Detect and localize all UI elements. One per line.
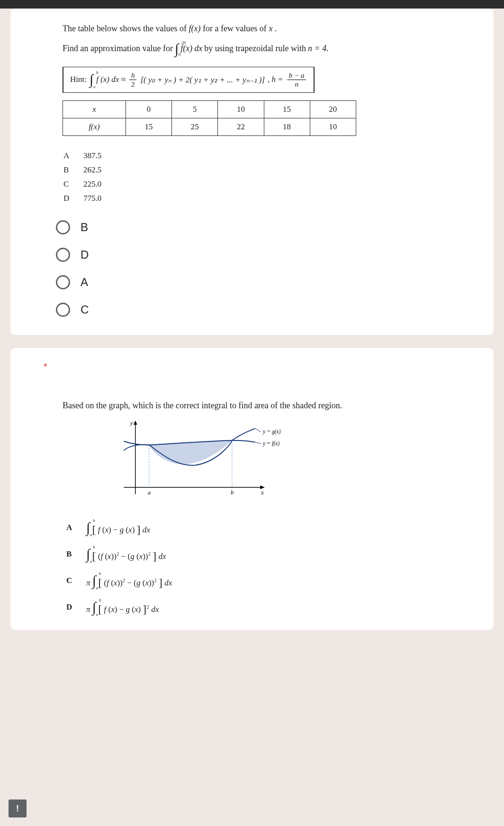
- page-container: The table below shows the values of f(x)…: [0, 9, 504, 630]
- fraction-h2: h 2: [129, 71, 137, 89]
- q1-prompt-line2: Find an approximation value for 20 ∫ 0 f…: [63, 40, 475, 57]
- q2-answer-list: A b∫a [ f (x) − g (x) ] dx B b∫a [ (f (x…: [63, 519, 475, 616]
- tick-a: a: [148, 489, 151, 495]
- hint-bracket: [( y₀ + yₙ ) + 2( y₁ + y₂ + ... + yₙ₋₁ )…: [140, 75, 265, 85]
- cell: 18: [264, 118, 310, 135]
- table-row: D775.0: [63, 192, 110, 205]
- choice-expr: π b∫a [ f (x) − g (x) ]2 dx: [86, 599, 159, 616]
- radio-icon: [56, 303, 70, 317]
- choice-letter: A: [66, 523, 75, 532]
- hint-box: Hint: b ∫ a f (x) dx ≈ h 2 [( y₀ + yₙ ) …: [63, 67, 315, 93]
- int-upper: b: [96, 70, 99, 75]
- svg-line-6: [255, 428, 261, 432]
- radio-label: C: [81, 303, 89, 316]
- text: .: [275, 24, 277, 33]
- fraction-ba: b − a n: [287, 71, 306, 89]
- choice-expr: b∫a [ (f (x))2 − (g (x))2 ] dx: [86, 546, 166, 563]
- cell: 25: [172, 118, 218, 135]
- radio-option-d[interactable]: D: [56, 248, 475, 262]
- table-row: A387.5: [63, 149, 110, 162]
- svg-line-7: [255, 442, 261, 443]
- graph-svg: y x a b y = g(x) y: [115, 418, 280, 506]
- required-asterisk: *: [29, 361, 475, 372]
- text: Find an approximation value for: [63, 42, 173, 55]
- int-lower: a: [93, 84, 96, 89]
- cell: 0: [126, 100, 171, 118]
- integral-symbol: 20 ∫ 0: [175, 40, 179, 57]
- table-row: f(x) 15 25 22 18 10: [63, 118, 356, 135]
- choice-row-b: B b∫a [ (f (x))2 − (g (x))2 ] dx: [66, 546, 475, 563]
- hint-label: Hint:: [70, 75, 87, 84]
- radio-icon: [56, 275, 70, 289]
- legend-f: y = f(x): [262, 440, 279, 446]
- cell: f(x): [63, 118, 126, 135]
- choice-letter: A: [63, 149, 82, 162]
- cell: 20: [310, 100, 356, 118]
- radio-option-c[interactable]: C: [56, 303, 475, 317]
- choice-expr: π b∫a [ (f (x))2 − (g (x))2 ] dx: [86, 572, 172, 589]
- tick-b: b: [231, 489, 234, 495]
- radio-icon: [56, 248, 70, 262]
- y-axis-label: y: [129, 420, 133, 426]
- choice-row-a: A b∫a [ f (x) − g (x) ] dx: [66, 519, 475, 536]
- cell: 10: [310, 118, 356, 135]
- radio-label: A: [81, 276, 88, 289]
- text-n: n = 4.: [308, 42, 329, 55]
- x-axis-label: x: [261, 489, 264, 495]
- text: by using trapezoidal rule with: [204, 42, 306, 55]
- radio-icon: [56, 220, 70, 234]
- table-row: x 0 5 10 15 20: [63, 100, 356, 118]
- graph-figure: y x a b y = g(x) y: [115, 418, 280, 508]
- choice-letter: D: [63, 192, 82, 205]
- integral-symbol: b ∫ a: [90, 71, 93, 88]
- choice-value: 387.5: [83, 149, 110, 162]
- text-x: x: [269, 24, 272, 33]
- q1-prompt-line1: The table below shows the values of f(x)…: [63, 22, 475, 36]
- cell: 5: [172, 100, 218, 118]
- hint-h-eq: , h =: [268, 75, 283, 84]
- frac-num: h: [129, 71, 137, 80]
- cell: 22: [218, 118, 264, 135]
- cell: x: [63, 100, 126, 118]
- radio-group-q1: B D A C: [29, 220, 475, 317]
- cell: 15: [126, 118, 171, 135]
- q2-prompt: Based on the graph, which is the correct…: [63, 401, 475, 411]
- choice-letter: B: [66, 549, 75, 559]
- choice-row-d: D π b∫a [ f (x) − g (x) ]2 dx: [66, 599, 475, 616]
- hint-formula: f (x) dx ≈: [96, 75, 126, 84]
- text: for a few values of: [203, 24, 269, 33]
- cell: 15: [264, 100, 310, 118]
- table-row: C225.0: [63, 178, 110, 191]
- int-lower: 0: [179, 51, 181, 58]
- radio-option-a[interactable]: A: [56, 275, 475, 289]
- legend-g: y = g(x): [262, 429, 280, 435]
- choice-value: 775.0: [83, 192, 110, 205]
- radio-option-b[interactable]: B: [56, 220, 475, 234]
- data-table: x 0 5 10 15 20 f(x) 15 25 22 18 10: [63, 100, 356, 136]
- browser-top-bar: [0, 0, 504, 9]
- choice-expr: b∫a [ f (x) − g (x) ] dx: [86, 519, 150, 536]
- question-card-1: The table below shows the values of f(x)…: [10, 9, 494, 335]
- choice-letter: D: [66, 602, 75, 612]
- svg-marker-1: [134, 421, 137, 425]
- cell: 10: [218, 100, 264, 118]
- question-card-2: * Based on the graph, which is the corre…: [10, 348, 494, 630]
- choice-letter: B: [63, 163, 82, 177]
- answer-key-table: A387.5 B262.5 C225.0 D775.0: [63, 148, 111, 206]
- choice-value: 225.0: [83, 178, 110, 191]
- radio-label: D: [81, 248, 89, 261]
- frac-den: 2: [129, 80, 137, 89]
- choice-letter: C: [66, 576, 75, 585]
- choice-letter: C: [63, 178, 82, 191]
- text: The table below shows the values of: [63, 24, 189, 33]
- text-dx: dx: [194, 42, 202, 55]
- choice-row-c: C π b∫a [ (f (x))2 − (g (x))2 ] dx: [66, 572, 475, 589]
- frac-num: b − a: [287, 71, 306, 80]
- choice-value: 262.5: [83, 163, 110, 177]
- radio-label: B: [81, 221, 88, 234]
- text-fx: f(x): [189, 24, 200, 33]
- frac-den: n: [293, 80, 300, 89]
- table-row: B262.5: [63, 163, 110, 177]
- int-upper: 20: [181, 39, 186, 46]
